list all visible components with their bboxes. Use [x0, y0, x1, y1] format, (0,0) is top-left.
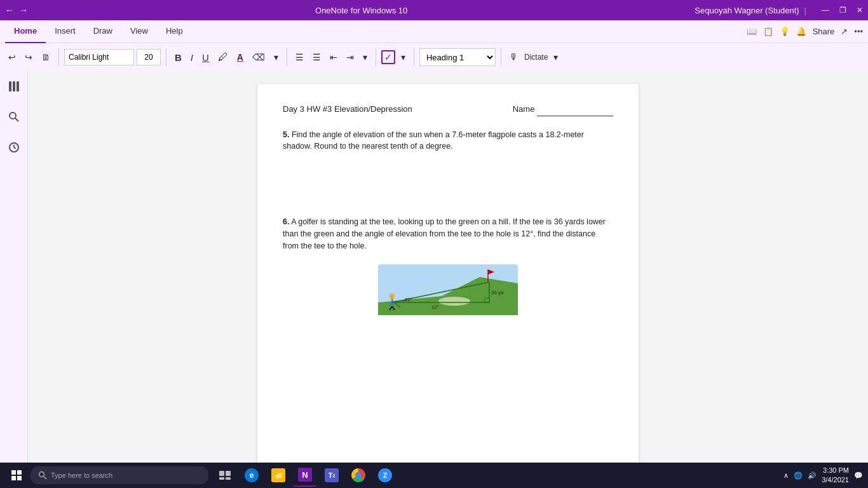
network-icon[interactable]: 🌐	[794, 471, 803, 480]
svg-line-4	[15, 118, 18, 121]
toolbar: ↩ ↪ 🗎 B I U 🖊 A ⌫ ▾ ☰ ☰ ⇤ ⇥ ▾ ✓ ▾ Headin…	[0, 43, 868, 71]
page-content: Day 3 HW #3 Elevation/Depression Name 5.…	[257, 84, 639, 463]
indent-dropdown[interactable]: ▾	[360, 50, 370, 64]
question-5-text: 5. Find the angle of elevation of the su…	[283, 129, 613, 153]
edge-icon: e	[245, 468, 259, 482]
windows-logo-icon	[11, 470, 22, 480]
more-icon[interactable]: •••	[854, 27, 863, 36]
numbering-button[interactable]: ☰	[309, 50, 324, 64]
sep2	[166, 48, 166, 66]
files-button[interactable]: 📁	[267, 464, 290, 487]
sep5	[414, 48, 414, 66]
tray-chevron-icon[interactable]: ∧	[783, 471, 789, 480]
clock-time: 3:30 PM	[822, 466, 849, 475]
header-title: Day 3 HW #3 Elevation/Depression	[283, 103, 412, 116]
svg-point-3	[10, 112, 16, 119]
ribbon-tabs: Home Insert Draw View Help 📖 📋 💡 🔔 Share…	[0, 20, 868, 43]
golf-diagram-container: 12° 36 yd 12°	[378, 264, 518, 315]
clear-format-button[interactable]: ⌫	[249, 50, 268, 64]
teams-icon: T2	[325, 468, 339, 482]
app-title: OneNote for Windows 10	[28, 6, 695, 15]
divider: |	[804, 6, 806, 15]
sep3	[287, 48, 287, 66]
search-placeholder: Type here to search	[51, 471, 112, 479]
redo-button[interactable]: ↪	[22, 50, 36, 64]
chrome-button[interactable]	[347, 464, 370, 487]
clock[interactable]: 3:30 PM 3/4/2021	[822, 466, 849, 485]
bullets-button[interactable]: ☰	[292, 50, 307, 64]
svg-rect-31	[226, 471, 231, 476]
forward-button[interactable]: →	[19, 5, 28, 15]
main-layout: Day 3 HW #3 Elevation/Depression Name 5.…	[0, 71, 868, 463]
zoom-button[interactable]: Z	[374, 464, 397, 487]
dictate-dropdown[interactable]: ▾	[550, 50, 561, 64]
sidebar-icon-recent[interactable]	[4, 137, 24, 158]
nav-buttons: ← →	[5, 5, 28, 15]
page-header: Day 3 HW #3 Elevation/Depression Name	[283, 103, 613, 116]
chrome-icon	[351, 468, 365, 482]
taskview-button[interactable]	[214, 464, 236, 487]
check-dropdown[interactable]: ▾	[398, 50, 409, 64]
svg-line-29	[44, 477, 46, 479]
sep1	[58, 48, 59, 66]
start-button[interactable]	[5, 464, 28, 487]
svg-text:12°: 12°	[405, 297, 412, 302]
sidebar-icon-search[interactable]	[4, 107, 24, 127]
close-button[interactable]: ✕	[857, 6, 863, 15]
taskbar-search[interactable]: Type here to search	[31, 466, 208, 484]
italic-button[interactable]: I	[187, 50, 196, 65]
todo-check[interactable]: ✓	[381, 50, 395, 64]
page-button[interactable]: 🗎	[38, 50, 53, 64]
immersive-reader-icon[interactable]: 📖	[747, 27, 757, 36]
underline-button[interactable]: U	[199, 50, 212, 65]
font-color-button[interactable]: A	[234, 50, 247, 64]
task-view-icon	[219, 471, 231, 480]
undo-button[interactable]: ↩	[5, 50, 19, 64]
taskbar: Type here to search e 📁 N T2 Z	[0, 463, 868, 488]
svg-rect-33	[226, 477, 231, 480]
content-area: Day 3 HW #3 Elevation/Depression Name 5.…	[28, 71, 868, 463]
highlight-button[interactable]: 🖊	[215, 50, 231, 65]
fullscreen-icon[interactable]: ↗	[841, 27, 848, 36]
zoom-icon: Z	[378, 468, 392, 482]
tab-home[interactable]: Home	[5, 20, 46, 43]
svg-rect-30	[219, 471, 224, 476]
title-bar: ← → OneNote for Windows 10 Sequoyah Wagn…	[0, 0, 868, 20]
volume-icon[interactable]: 🔊	[808, 471, 817, 480]
minimize-button[interactable]: —	[822, 6, 829, 15]
notification-icon[interactable]: 🔔	[796, 27, 806, 36]
golf-diagram: 12° 36 yd 12°	[378, 264, 518, 315]
dictate-label[interactable]: Dictate	[524, 53, 548, 62]
style-select[interactable]: Heading 1 Heading 2 Normal	[419, 48, 496, 66]
question-6-number: 6.	[283, 217, 289, 226]
indent-right-button[interactable]: ⇥	[343, 50, 357, 64]
bold-button[interactable]: B	[172, 50, 185, 65]
indent-left-button[interactable]: ⇤	[327, 50, 341, 64]
tab-help[interactable]: Help	[157, 20, 192, 43]
restore-button[interactable]: ❐	[839, 6, 846, 15]
pages-panel-icon[interactable]: 📋	[763, 27, 773, 36]
tab-insert[interactable]: Insert	[46, 20, 85, 43]
dictate-icon[interactable]: 🎙	[506, 50, 522, 64]
onenote-icon: N	[298, 468, 312, 482]
edge-button[interactable]: e	[240, 464, 263, 487]
name-line	[537, 103, 613, 116]
sidebar-icon-library[interactable]	[4, 76, 24, 97]
sep4	[376, 48, 376, 66]
sep6	[501, 48, 501, 66]
left-sidebar	[0, 71, 28, 463]
tab-view[interactable]: View	[121, 20, 157, 43]
format-dropdown[interactable]: ▾	[271, 50, 281, 64]
svg-point-28	[39, 472, 44, 477]
back-button[interactable]: ←	[5, 5, 14, 15]
svg-rect-32	[219, 477, 224, 480]
onenote-button[interactable]: N	[294, 464, 316, 487]
notification-center-icon[interactable]: 💬	[854, 471, 863, 480]
search-icon[interactable]: 💡	[780, 27, 790, 36]
tab-draw[interactable]: Draw	[85, 20, 121, 43]
question-5-number: 5.	[283, 130, 289, 139]
font-size-input[interactable]	[137, 49, 161, 65]
font-name-input[interactable]	[64, 49, 134, 65]
share-button[interactable]: Share	[813, 27, 835, 36]
teams-button[interactable]: T2	[320, 464, 343, 487]
